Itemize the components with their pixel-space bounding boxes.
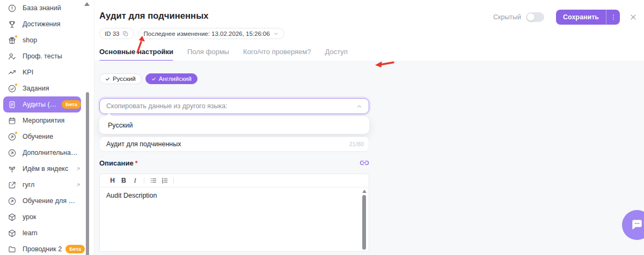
- toolbar-bold-button[interactable]: B: [118, 175, 129, 186]
- editor-scroll-up-icon[interactable]: [362, 190, 367, 193]
- toolbar-heading-button[interactable]: H: [107, 175, 118, 186]
- notification-dot: [14, 35, 18, 38]
- sidebar-item-label: Задания: [23, 85, 49, 92]
- sidebar-item-lesson[interactable]: урок: [0, 209, 94, 225]
- sidebar-scroll-up-icon[interactable]: [84, 2, 90, 6]
- sidebar-item-label: Проводник 2: [23, 245, 62, 253]
- sidebar-item-label: Мероприятия: [23, 117, 64, 124]
- sidebar-item-shop[interactable]: shop: [0, 32, 94, 48]
- tab-access[interactable]: Доступ: [325, 48, 348, 61]
- editor-content[interactable]: Audit Description: [100, 188, 369, 199]
- save-button[interactable]: Сохранить: [556, 10, 606, 25]
- sidebar-item-events[interactable]: Мероприятия: [0, 112, 94, 129]
- check-icon: [105, 77, 110, 81]
- cube-icon: [8, 229, 17, 238]
- tab-bar: Основные настройкиПоля формыКого/что про…: [94, 48, 644, 62]
- meta-badges: ID 33 Последнее изменение: 13.02.2026, 1…: [99, 28, 644, 39]
- id-badge[interactable]: ID 33: [99, 28, 134, 39]
- description-editor: HBI Audit Description: [99, 174, 369, 252]
- link-icon[interactable]: [360, 158, 369, 168]
- content-area: РусскийАнглийский Скопировать данные из …: [94, 61, 644, 255]
- gift-icon: [8, 36, 17, 45]
- arrow-circle-icon: [8, 132, 17, 141]
- hidden-label: Скрытый: [493, 13, 521, 21]
- arrow-circle-icon: [8, 197, 17, 206]
- page-header: Аудит для подчиненных ID 33 Последнее из…: [94, 0, 644, 61]
- chat-bubble-icon: [630, 218, 644, 232]
- trend-up-icon: [8, 68, 17, 77]
- editor-scrollbar: [362, 190, 367, 250]
- sidebar-item-knowledge-base[interactable]: База знаний: [0, 0, 94, 16]
- sidebar-item-label: Проф. тесты: [23, 52, 62, 60]
- chevron-up-icon: [356, 103, 363, 110]
- beta-badge: Бета: [65, 245, 85, 253]
- sidebar-item-learn[interactable]: learn: [0, 225, 94, 241]
- toolbar-ordered-list-button[interactable]: [159, 175, 170, 186]
- sidebar-item-kpi[interactable]: KPI: [0, 64, 94, 80]
- toggle-knob: [527, 13, 535, 21]
- sidebar-item-yandex[interactable]: Идём в яндекс: [0, 161, 94, 177]
- check-icon: [151, 77, 156, 81]
- sidebar-item-google[interactable]: гугл: [0, 177, 94, 193]
- sidebar-item-label: Обучение для новичк...: [23, 197, 78, 205]
- language-dropdown: Русский: [99, 116, 369, 134]
- sidebar-item-label: learn: [23, 229, 38, 237]
- editor-toolbar: HBI: [100, 174, 369, 188]
- kebab-icon: [610, 13, 617, 21]
- description-label: Описание: [99, 159, 134, 167]
- sidebar-item-label: урок: [23, 213, 36, 221]
- trophy-icon: [8, 20, 17, 29]
- sidebar-menu: База знанийДостиженияshopПроф. тестыKPIЗ…: [0, 0, 94, 255]
- sidebar-item-explorer-2[interactable]: Проводник 2Бета: [0, 241, 94, 255]
- last-modified-badge[interactable]: Последнее изменение: 13.02.2026, 15:26:0…: [138, 28, 284, 39]
- sidebar-item-label: База знаний: [23, 4, 61, 12]
- chevron-down-icon: [273, 31, 279, 37]
- audit-name-input[interactable]: [99, 137, 369, 152]
- main-panel: Аудит для подчиненных ID 33 Последнее из…: [94, 0, 644, 255]
- sidebar-item-label: Аудиты (бета): [23, 101, 58, 108]
- sidebar-item-label: shop: [23, 36, 37, 44]
- tab-who-what[interactable]: Кого/что проверяем?: [243, 48, 311, 61]
- copy-icon[interactable]: [122, 31, 129, 37]
- ordered-list-icon: [161, 177, 169, 184]
- close-icon[interactable]: [629, 13, 638, 21]
- language-chip-selected[interactable]: Английский: [145, 73, 197, 84]
- sidebar-item-label: Обучение: [23, 133, 53, 140]
- sidebar-item-prof-tests[interactable]: Проф. тесты: [0, 48, 94, 64]
- hidden-toggle[interactable]: [526, 12, 544, 22]
- toolbar-divider: [173, 177, 174, 184]
- save-menu-button[interactable]: [606, 10, 620, 25]
- tab-form-fields[interactable]: Поля формы: [187, 48, 229, 61]
- sidebar-item-newbie-training[interactable]: Обучение для новичк...: [0, 193, 94, 209]
- language-chip-unselected[interactable]: Русский: [99, 73, 142, 84]
- sidebar-item-training[interactable]: Обучение: [0, 129, 94, 145]
- select-placeholder: Скопировать данные из другого языка:: [106, 102, 228, 110]
- external-link-icon: [8, 181, 17, 190]
- sidebar-item-tasks[interactable]: Задания: [0, 80, 94, 96]
- cube-icon: [8, 213, 17, 222]
- required-mark: *: [135, 160, 138, 167]
- toolbar-italic-button[interactable]: I: [129, 175, 141, 186]
- notification-dot: [14, 131, 18, 134]
- sidebar-item-label: Достижения: [23, 20, 60, 28]
- copy-language-select[interactable]: Скопировать данные из другого языка:: [99, 98, 369, 114]
- sidebar-item-achievements[interactable]: Достижения: [0, 16, 94, 32]
- description-label-row: Описание*: [99, 158, 369, 168]
- sidebar-item-label: гугл: [23, 181, 34, 189]
- sidebar-item-additional-program[interactable]: Дополнительная прог...: [0, 145, 94, 161]
- sidebar-scrollbar[interactable]: [86, 92, 89, 255]
- dropdown-option[interactable]: Русский: [99, 116, 369, 134]
- user-check-icon: [8, 52, 17, 61]
- toolbar-bullet-list-button[interactable]: [148, 175, 159, 186]
- sidebar: База знанийДостиженияshopПроф. тестыKPIЗ…: [0, 0, 94, 255]
- editor-scrollbar-thumb[interactable]: [362, 195, 366, 250]
- beta-badge: Бета: [62, 100, 81, 109]
- folder-icon: [8, 245, 17, 254]
- sidebar-item-audits[interactable]: Аудиты (бета)Бета: [3, 96, 81, 112]
- check-circle-icon: [8, 84, 17, 93]
- bullet-list-icon: [150, 177, 157, 184]
- save-split-button: Сохранить: [556, 10, 620, 25]
- header-actions: Скрытый Сохранить: [493, 10, 638, 25]
- toolbar-divider: [144, 177, 144, 184]
- sidebar-item-label: KPI: [23, 69, 33, 76]
